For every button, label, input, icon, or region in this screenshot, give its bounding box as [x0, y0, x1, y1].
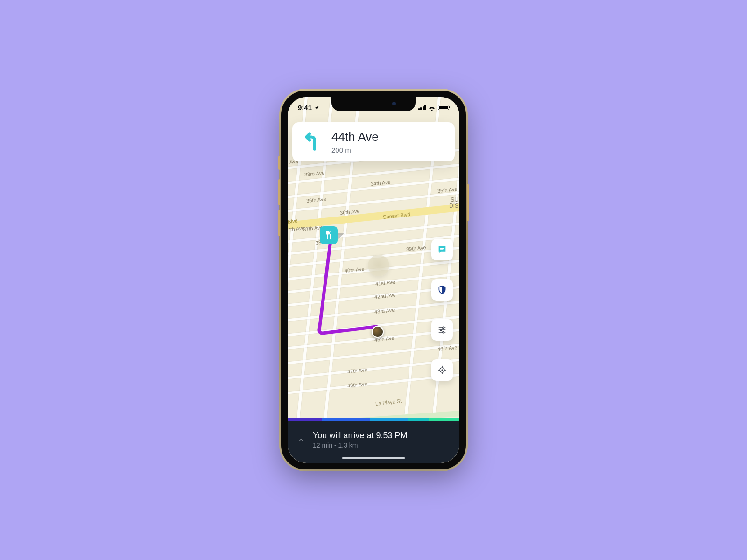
cellular-signal-icon — [418, 105, 426, 110]
turn-left-icon — [301, 132, 320, 152]
bottom-panel[interactable]: You will arrive at 9:53 PM 12 min - 1.3 … — [288, 418, 459, 463]
safety-button[interactable] — [431, 279, 453, 301]
arrival-text: You will arrive at 9:53 PM — [313, 431, 407, 441]
direction-distance: 200 m — [331, 146, 379, 154]
fork-knife-icon — [324, 231, 333, 240]
notch — [331, 97, 416, 111]
map-label: SU — [451, 196, 458, 203]
locate-icon — [437, 365, 447, 375]
location-arrow-icon — [314, 105, 319, 110]
battery-icon — [438, 105, 449, 110]
svg-point-4 — [441, 369, 443, 371]
shield-icon — [437, 285, 447, 294]
map-label: 47th Ave — [347, 367, 367, 374]
recenter-button[interactable] — [431, 359, 453, 381]
touch-indicator — [368, 255, 389, 276]
direction-street: 44th Ave — [331, 130, 379, 144]
map-label: Blvd — [288, 218, 298, 224]
svg-point-2 — [443, 331, 444, 333]
chevron-up-icon[interactable] — [297, 436, 305, 444]
wifi-icon — [428, 105, 436, 110]
map-label: La Playa St — [375, 398, 402, 406]
map-label: 48th Ave — [347, 381, 367, 388]
poi-marker-restaurant[interactable] — [320, 226, 338, 244]
poi-marker-tail — [337, 233, 345, 240]
map-label: 43rd Ave — [374, 307, 395, 315]
settings-button[interactable] — [431, 319, 453, 341]
phone-frame: 9:41 — [281, 91, 466, 469]
route-progress-bar — [288, 418, 459, 421]
screen: 9:41 — [288, 97, 459, 463]
eta-text: 12 min - 1.3 km — [313, 441, 407, 449]
map-label: DIS — [449, 203, 458, 209]
fab-column — [431, 239, 453, 381]
map-label: 41st Ave — [375, 279, 395, 287]
chat-icon — [437, 245, 447, 255]
sliders-icon — [437, 325, 447, 335]
map-label: 35th Ave — [306, 196, 326, 203]
svg-point-0 — [443, 327, 444, 328]
direction-card[interactable]: 44th Ave 200 m — [292, 122, 455, 161]
user-location-avatar[interactable] — [372, 326, 384, 338]
chat-button[interactable] — [431, 239, 453, 260]
map-label: 42nd Ave — [374, 292, 396, 300]
svg-point-1 — [440, 329, 442, 330]
home-indicator — [342, 457, 405, 459]
status-time: 9:41 — [298, 104, 312, 112]
